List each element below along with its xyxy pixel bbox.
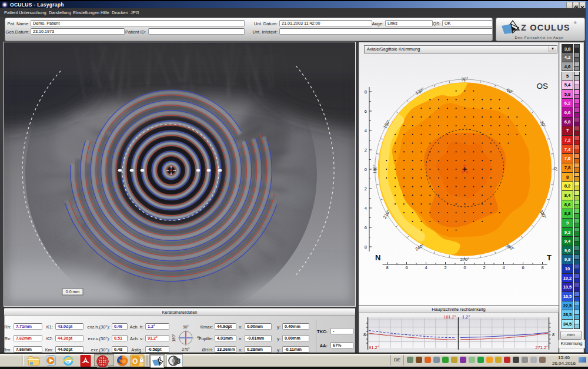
svg-text:8: 8 [363,332,366,337]
svg-text:6: 6 [522,265,524,270]
svg-text:4: 4 [425,265,427,270]
svg-text:®: ® [574,21,577,25]
svg-text:4: 4 [502,265,505,270]
svg-text:O: O [132,357,138,365]
svg-text:8: 8 [386,265,388,270]
svg-text:0°: 0° [553,167,558,171]
svg-text:8: 8 [541,265,543,270]
svg-text:330°: 330° [539,209,548,220]
svg-text:6: 6 [405,265,407,270]
svg-text:2: 2 [483,265,485,270]
svg-text:0: 0 [463,265,466,270]
svg-text:4: 4 [365,206,367,211]
svg-text:180°: 180° [172,334,176,342]
svg-text:2: 2 [365,147,367,153]
svg-text:6: 6 [365,109,367,114]
svg-text:2: 2 [444,265,446,270]
svg-text:N: N [375,253,380,262]
svg-text:0: 0 [365,167,367,172]
svg-text:0°: 0° [196,336,201,340]
svg-text:270°: 270° [182,347,190,351]
svg-text:4: 4 [365,128,367,133]
svg-text:8: 8 [552,332,554,337]
svg-text:1.2°: 1.2° [462,314,470,320]
svg-text:180°: 180° [372,165,377,174]
svg-text:8: 8 [365,244,367,250]
svg-text:8: 8 [365,89,367,95]
svg-text:6: 6 [365,225,367,230]
svg-text:Den Fortschritt im Auge: Den Fortschritt im Auge [514,35,563,39]
svg-text:91.2°: 91.2° [369,345,379,350]
svg-text:90°: 90° [183,325,189,329]
svg-text:3: 3 [176,357,181,365]
svg-text:OS: OS [536,82,548,90]
svg-text:T: T [547,253,552,262]
svg-text:90°: 90° [462,76,468,82]
svg-text:181.2°: 181.2° [443,314,456,320]
svg-text:Z OCULUS: Z OCULUS [521,23,570,32]
svg-text:300°: 300° [505,243,515,252]
svg-text:270°: 270° [460,257,470,262]
svg-text:271.2°: 271.2° [535,345,548,350]
svg-text:0.0 mm: 0.0 mm [66,290,80,294]
svg-text:2: 2 [365,186,367,192]
